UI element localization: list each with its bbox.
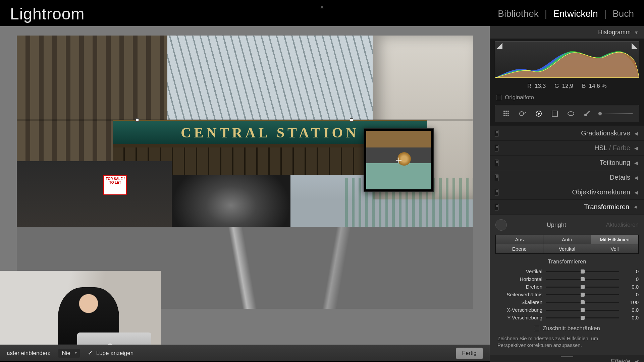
slider-knob-icon[interactable] (581, 277, 585, 281)
done-button[interactable]: Fertig (456, 348, 483, 359)
slider-knob-icon[interactable] (581, 300, 585, 304)
slider-label: Seitenverhältnis (495, 292, 542, 297)
panel-switch-icon[interactable] (495, 130, 499, 137)
panel-title: Details (499, 174, 630, 181)
slider-track[interactable] (546, 292, 619, 297)
slider-value[interactable]: 100 (623, 299, 639, 305)
slider-value[interactable]: 0,0 (623, 284, 639, 290)
upright-seg-vertical[interactable]: Vertikal (543, 244, 591, 253)
main-area: CENTRAL STATION FOR SALE / TO LET (0, 26, 644, 361)
slider-track[interactable] (546, 315, 619, 320)
slider-label: X-Verschiebung (495, 307, 542, 313)
grid-overlay-popup[interactable]: Nie (58, 349, 80, 358)
panel-switch-icon[interactable] (495, 204, 499, 210)
chevron-left-icon: ◀ (634, 145, 638, 151)
panel-switch-icon[interactable] (495, 160, 499, 166)
upright-seg-level[interactable]: Ebene (496, 244, 543, 253)
brush-amount-slider[interactable] (598, 110, 633, 118)
module-develop[interactable]: Entwickeln (553, 8, 598, 19)
original-photo-toggle[interactable]: Originalfoto (490, 93, 644, 105)
checkbox-icon[interactable] (496, 95, 501, 100)
slider-value[interactable]: 0 (623, 268, 639, 274)
upright-seg-guided[interactable]: Mit Hilfslinien (591, 235, 638, 244)
show-loupe-toggle[interactable]: ✓ Lupe anzeigen (88, 350, 133, 357)
panel-split-toning[interactable]: Teiltonung ◀ (490, 156, 644, 170)
upright-guide-line[interactable] (17, 120, 473, 120)
chevron-down-icon: ▼ (633, 205, 638, 209)
gradient-tool-icon[interactable] (550, 109, 560, 119)
slider-track[interactable] (546, 285, 619, 289)
slider-value[interactable]: 0 (623, 276, 639, 282)
rgb-r-label: R (527, 83, 531, 89)
upright-update-button[interactable]: Aktualisieren (606, 222, 639, 228)
panel-detail[interactable]: Details ◀ (490, 170, 644, 185)
svg-point-11 (538, 113, 540, 115)
canvas-area: CENTRAL STATION FOR SALE / TO LET (0, 26, 490, 361)
slider-knob-icon[interactable] (581, 316, 585, 320)
panel-switch-icon[interactable] (495, 174, 499, 181)
constrain-crop-toggle[interactable]: Zuschnitt beschränken (495, 325, 639, 332)
crop-tool-icon[interactable] (501, 109, 512, 119)
histogram-header[interactable]: Histogramm ▼ (490, 26, 644, 39)
panel-title: Teiltonung (499, 159, 630, 167)
redeye-tool-icon[interactable] (534, 109, 544, 119)
slider-label: Vertikal (495, 268, 542, 274)
module-library[interactable]: Bibliothek (498, 8, 538, 19)
histogram-panel: Histogramm ▼ R 13,3 G 12,9 B 14,6 % (490, 26, 644, 126)
slider-knob-icon[interactable] (581, 269, 585, 274)
panel-switch-icon[interactable] (495, 145, 499, 152)
checkbox-icon[interactable] (534, 326, 539, 331)
chevron-left-icon: ◀ (634, 131, 638, 136)
slider-knob-icon[interactable] (581, 308, 585, 312)
spot-tool-icon[interactable] (518, 109, 528, 119)
panel-tone-curve[interactable]: Gradationskurve ◀ (490, 126, 644, 140)
slider-knob-icon[interactable] (581, 293, 585, 297)
radial-tool-icon[interactable] (566, 109, 576, 119)
panel-switch-icon[interactable] (495, 189, 499, 196)
transform-sliders: Vertikal0Horizontal0Drehen0,0Seitenverhä… (495, 268, 639, 320)
upright-seg-off[interactable]: Aus (496, 235, 543, 244)
svg-rect-8 (507, 115, 509, 116)
slider-track[interactable] (546, 269, 619, 274)
original-photo-label: Originalfoto (505, 94, 534, 101)
panel-transform[interactable]: Transformieren ▼ (490, 200, 644, 214)
brush-tool-icon[interactable] (582, 109, 592, 119)
panel-lens-corrections[interactable]: Objektivkorrekturen ◀ (490, 185, 644, 199)
slider-value[interactable]: 0,0 (623, 315, 639, 320)
photo[interactable]: CENTRAL STATION FOR SALE / TO LET (17, 36, 473, 309)
panel-collapse-chevron-bottom[interactable]: ▾ (243, 361, 247, 362)
slider-yoffset: Y-Verschiebung0,0 (495, 315, 639, 320)
slider-value[interactable]: 0 (623, 292, 639, 297)
panel-title: Effekte (495, 358, 630, 362)
module-switcher: Bibliothek | Entwickeln | Buch (498, 8, 634, 19)
svg-rect-1 (505, 111, 507, 112)
slider-value[interactable]: 0,0 (623, 307, 639, 313)
show-loupe-label: Lupe anzeigen (96, 350, 134, 356)
tool-options-bar: aster einblenden: Nie ✓ Lupe anzeigen Fe… (0, 345, 490, 361)
checkmark-icon: ✓ (88, 350, 93, 356)
histogram-graph[interactable] (495, 41, 639, 78)
slider-track[interactable] (546, 277, 619, 282)
panel-hsl[interactable]: HSL / Farbe ◀ (490, 141, 644, 155)
rgb-g-label: G (554, 83, 559, 89)
svg-rect-2 (507, 111, 509, 112)
upright-off-icon[interactable] (495, 219, 507, 231)
rgb-g-value: 12,9 (562, 83, 573, 89)
slider-knob-icon[interactable] (581, 285, 585, 289)
slider-track[interactable] (546, 300, 619, 305)
chevron-left-icon: ◀ (634, 359, 638, 362)
panel-collapse-chevron-top[interactable]: ▴ (320, 2, 324, 10)
module-book[interactable]: Buch (612, 8, 634, 19)
panel-title: Transformieren (499, 203, 629, 211)
svg-point-9 (520, 112, 524, 116)
upright-seg-auto[interactable]: Auto (543, 235, 591, 244)
svg-rect-3 (503, 113, 505, 114)
upright-seg-full[interactable]: Voll (591, 244, 638, 253)
loupe-magnifier[interactable] (364, 128, 434, 192)
upright-label: Upright (547, 222, 566, 229)
develop-right-panel: Histogramm ▼ R 13,3 G 12,9 B 14,6 % (490, 26, 644, 361)
panel-title: Objektivkorrekturen (499, 188, 630, 196)
slider-track[interactable] (546, 308, 619, 312)
slider-scale: Skalieren100 (495, 299, 639, 305)
slider-knob-icon[interactable] (598, 112, 602, 116)
